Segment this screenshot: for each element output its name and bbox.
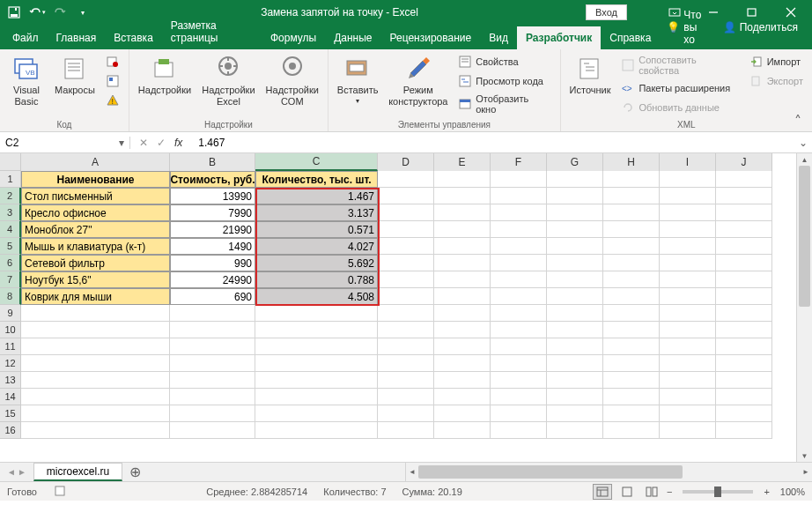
cell-D10[interactable] <box>378 322 434 338</box>
cell-A13[interactable] <box>21 372 170 389</box>
share-button[interactable]: 👤Поделиться <box>716 18 805 37</box>
cell-D12[interactable] <box>378 355 434 372</box>
cell-B4[interactable]: 21990 <box>170 221 255 238</box>
cell-G7[interactable] <box>547 271 603 288</box>
cell-E7[interactable] <box>434 271 491 288</box>
com-addins-button[interactable]: Надстройки COM <box>262 53 322 109</box>
cell-C6[interactable]: 5.692 <box>255 255 378 271</box>
scroll-right-button[interactable]: ► <box>800 463 812 481</box>
cell-G3[interactable] <box>547 204 603 221</box>
cell-A5[interactable]: Мышь и клавиатура (к-т) <box>21 238 170 255</box>
cell-A15[interactable] <box>21 405 170 422</box>
cell-A11[interactable] <box>21 338 170 355</box>
macro-security-button[interactable]: ! <box>102 92 123 109</box>
tab-layout[interactable]: Разметка страницы <box>162 14 262 49</box>
cell-I5[interactable] <box>660 238 716 255</box>
tab-review[interactable]: Рецензирование <box>381 26 481 49</box>
cell-B3[interactable]: 7990 <box>170 204 255 221</box>
record-macro-button[interactable] <box>102 53 123 71</box>
cell-E6[interactable] <box>434 255 491 271</box>
cell-F10[interactable] <box>491 322 547 338</box>
cell-I8[interactable] <box>660 288 716 305</box>
cell-H8[interactable] <box>603 288 660 305</box>
row-header-8[interactable]: 8 <box>0 288 21 305</box>
cell-B7[interactable]: 24990 <box>170 271 255 288</box>
cell-E3[interactable] <box>434 204 491 221</box>
cell-B11[interactable] <box>170 338 255 355</box>
row-header-13[interactable]: 13 <box>0 372 21 389</box>
scroll-left-button[interactable]: ◄ <box>406 463 418 481</box>
cell-J12[interactable] <box>716 355 772 372</box>
cell-F7[interactable] <box>491 271 547 288</box>
cell-I9[interactable] <box>660 305 716 322</box>
cell-C14[interactable] <box>255 389 378 405</box>
relative-refs-button[interactable] <box>102 72 123 90</box>
collapse-ribbon-button[interactable]: ˄ <box>789 114 807 128</box>
cell-I15[interactable] <box>660 405 716 422</box>
cell-B5[interactable]: 1490 <box>170 238 255 255</box>
cell-D11[interactable] <box>378 338 434 355</box>
row-header-5[interactable]: 5 <box>0 238 21 255</box>
cell-H15[interactable] <box>603 405 660 422</box>
properties-button[interactable]: Свойства <box>454 53 554 71</box>
cell-J9[interactable] <box>716 305 772 322</box>
cell-B9[interactable] <box>170 305 255 322</box>
cell-H2[interactable] <box>603 188 660 204</box>
col-header-C[interactable]: C <box>255 153 378 171</box>
cell-A10[interactable] <box>21 322 170 338</box>
cell-H9[interactable] <box>603 305 660 322</box>
col-header-G[interactable]: G <box>547 153 603 171</box>
cell-F11[interactable] <box>491 338 547 355</box>
cell-E8[interactable] <box>434 288 491 305</box>
cell-F9[interactable] <box>491 305 547 322</box>
redo-button[interactable] <box>49 2 70 23</box>
cell-B15[interactable] <box>170 405 255 422</box>
cell-C12[interactable] <box>255 355 378 372</box>
cell-C1[interactable]: Количество, тыс. шт. <box>255 171 378 188</box>
run-dialog-button[interactable]: Отобразить окно <box>454 92 554 116</box>
cell-D7[interactable] <box>378 271 434 288</box>
cell-D6[interactable] <box>378 255 434 271</box>
cell-H6[interactable] <box>603 255 660 271</box>
map-properties-button[interactable]: Сопоставить свойства <box>617 53 742 78</box>
cell-J14[interactable] <box>716 389 772 405</box>
cell-D4[interactable] <box>378 221 434 238</box>
col-header-E[interactable]: E <box>434 153 491 171</box>
cell-H7[interactable] <box>603 271 660 288</box>
cell-I7[interactable] <box>660 271 716 288</box>
zoom-level[interactable]: 100% <box>780 486 805 497</box>
xml-source-button[interactable]: Источник <box>566 53 615 97</box>
cell-E1[interactable] <box>434 171 491 188</box>
cell-F16[interactable] <box>491 422 547 439</box>
cell-I13[interactable] <box>660 372 716 389</box>
tab-formulas[interactable]: Формулы <box>262 26 325 49</box>
cell-I14[interactable] <box>660 389 716 405</box>
cell-D15[interactable] <box>378 405 434 422</box>
row-header-12[interactable]: 12 <box>0 355 21 372</box>
row-header-3[interactable]: 3 <box>0 204 21 221</box>
cell-A6[interactable]: Сетевой фильтр <box>21 255 170 271</box>
row-header-4[interactable]: 4 <box>0 221 21 238</box>
refresh-data-button[interactable]: Обновить данные <box>617 99 742 116</box>
cell-D8[interactable] <box>378 288 434 305</box>
sheet-nav-next[interactable]: ► <box>18 467 26 477</box>
cell-C8[interactable]: 4.508 <box>255 288 378 305</box>
excel-addins-button[interactable]: Надстройки Excel <box>198 53 258 109</box>
cell-E10[interactable] <box>434 322 491 338</box>
row-header-2[interactable]: 2 <box>0 188 21 204</box>
cell-F13[interactable] <box>491 372 547 389</box>
cell-D5[interactable] <box>378 238 434 255</box>
tab-file[interactable]: Файл <box>4 26 48 49</box>
cell-J7[interactable] <box>716 271 772 288</box>
cell-I3[interactable] <box>660 204 716 221</box>
design-mode-button[interactable]: Режим конструктора <box>385 53 451 109</box>
col-header-A[interactable]: A <box>21 153 170 171</box>
cell-F5[interactable] <box>491 238 547 255</box>
cell-E9[interactable] <box>434 305 491 322</box>
cell-G16[interactable] <box>547 422 603 439</box>
cell-E11[interactable] <box>434 338 491 355</box>
cell-G15[interactable] <box>547 405 603 422</box>
cell-B8[interactable]: 690 <box>170 288 255 305</box>
zoom-slider[interactable] <box>683 490 753 494</box>
cell-D16[interactable] <box>378 422 434 439</box>
